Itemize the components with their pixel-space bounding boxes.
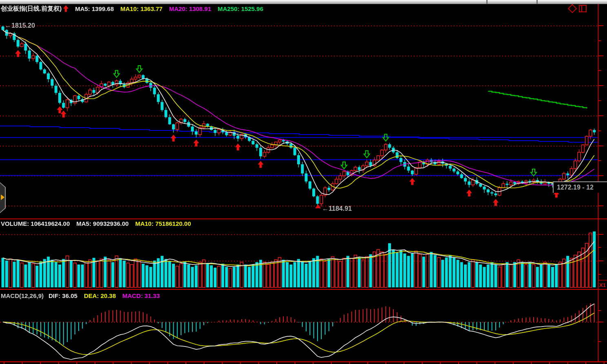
split-window-icon[interactable] [579,5,587,12]
strip-divider [536,0,538,4]
ma20-value: MA20: 1308.91 [169,5,211,12]
ma250-value: MA250: 1525.96 [218,5,263,12]
macd-params: MACD(12,26,9) [1,292,44,299]
volume-pane-header: VOLUME: 106419624.00 MA5: 90932936.00 MA… [1,219,197,227]
high-price-label: ←1815.20 [5,22,35,29]
price-pane-header: 创业板指(日线.前复权) MA5: 1399.68 MA10: 1363.77 … [1,4,270,13]
trend-up-icon [63,5,68,12]
low-marker-icon [315,204,321,208]
expand-right-icon [1,194,4,200]
macd-pane-header: MACD(12,26,9) DIF: 36.05 DEA: 20.38 MACD… [1,291,166,300]
low-price-label: ←1184.91 [322,205,352,212]
ma10-value: MA10: 1363.77 [120,5,162,12]
volume-ma5-value: MA5: 90932936.00 [76,220,128,227]
chart-canvas[interactable] [0,0,607,364]
strip-divider [486,0,488,4]
volume-ma10-value: MA10: 75186120.00 [135,220,191,227]
scale-x1-badge[interactable]: X1 [599,282,606,288]
dif-value: DIF: 36.05 [49,292,77,299]
dea-value: DEA: 20.38 [84,292,116,299]
instrument-title: 创业板指(日线.前复权) [1,5,62,13]
price-range-tooltip: 1272.19 - 12 [553,181,607,193]
volume-value: VOLUME: 106419624.00 [1,220,70,227]
window-top-strip [0,0,607,4]
stock-app-window: 创业板指(日线.前复权) MA5: 1399.68 MA10: 1363.77 … [0,0,607,364]
ma5-value: MA5: 1399.68 [75,5,114,12]
macd-value: MACD: 31.33 [122,292,160,299]
sidebar-expand-handle[interactable] [0,182,6,213]
